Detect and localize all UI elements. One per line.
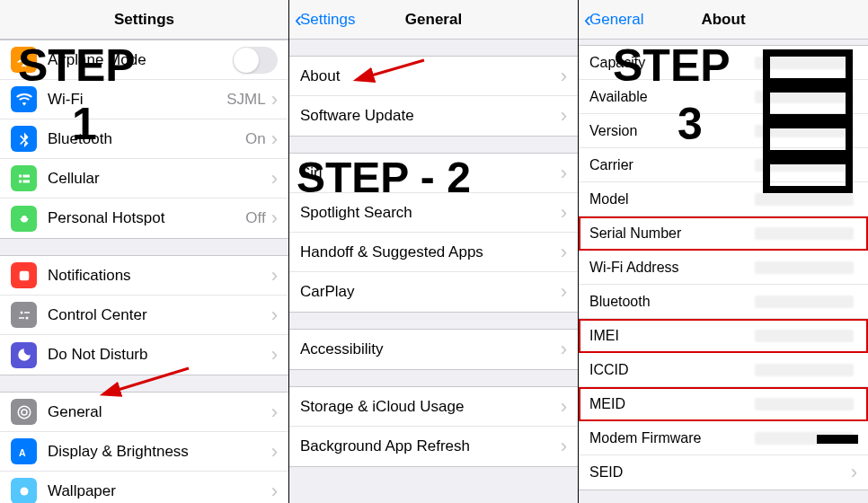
redacted-value (755, 193, 854, 206)
row-label: About (300, 67, 561, 85)
redacted-value (755, 57, 854, 69)
airplane-icon (11, 47, 37, 73)
redacted-value (755, 227, 854, 240)
row-label: Available (589, 89, 755, 105)
back-to-general[interactable]: ‹ General (584, 9, 643, 31)
back-label: General (589, 11, 643, 29)
redacted-value (755, 364, 854, 376)
row-seid[interactable]: SEID› (579, 455, 868, 490)
svg-point-1 (20, 311, 22, 313)
chevron-right-icon: › (851, 461, 857, 484)
row-software-update[interactable]: Software Update › (289, 96, 578, 136)
row-capacity: Capacity (579, 46, 868, 80)
control-center-icon (11, 302, 37, 328)
row-airplane-mode[interactable]: Airplane Mode (0, 40, 288, 80)
row-cellular[interactable]: Cellular › (0, 159, 288, 199)
row-do-not-disturb[interactable]: Do Not Disturb › (0, 335, 288, 375)
row-handoff[interactable]: Handoff & Suggested Apps › (289, 233, 578, 272)
row-label: Siri (300, 164, 561, 182)
chevron-right-icon: › (561, 338, 567, 361)
row-personal-hotspot[interactable]: Personal Hotspot Off › (0, 199, 288, 238)
settings-group-notify: Notifications › Control Center › Do Not … (0, 255, 288, 375)
navbar-about: ‹ General About (579, 0, 868, 40)
about-list: Capacity Available Version Carrier Model… (579, 45, 868, 490)
row-value: SJML (226, 91, 265, 109)
row-general[interactable]: General › (0, 393, 288, 432)
redacted-value (755, 432, 854, 445)
row-carrier: Carrier (579, 148, 868, 182)
row-display-brightness[interactable]: A Display & Brightness › (0, 432, 288, 472)
chevron-right-icon: › (561, 395, 567, 419)
back-label: Settings (300, 11, 355, 29)
row-carplay[interactable]: CarPlay › (289, 272, 578, 312)
navbar-general: ‹ Settings General (289, 0, 578, 40)
row-label: Model (589, 191, 755, 207)
row-storage[interactable]: Storage & iCloud Usage › (289, 387, 578, 427)
airplane-toggle[interactable] (233, 47, 278, 74)
row-spotlight[interactable]: Spotlight Search › (289, 193, 578, 233)
svg-point-3 (25, 316, 28, 319)
row-label: Accessibility (300, 340, 561, 358)
chevron-right-icon: › (271, 440, 278, 463)
chevron-right-icon: › (271, 304, 278, 327)
nav-title: Settings (114, 11, 174, 29)
row-wifi[interactable]: Wi-Fi SJML › (0, 80, 288, 119)
do-not-disturb-icon (11, 342, 37, 368)
row-label: Capacity (589, 55, 755, 71)
row-bluetooth-addr: Bluetooth (579, 285, 868, 319)
svg-rect-0 (19, 270, 29, 280)
chevron-right-icon: › (271, 167, 278, 190)
chevron-right-icon: › (271, 401, 278, 424)
row-control-center[interactable]: Control Center › (0, 296, 288, 335)
row-available: Available (579, 80, 868, 114)
row-wallpaper[interactable]: Wallpaper › (0, 472, 288, 503)
row-label: Airplane Mode (48, 51, 233, 69)
settings-group-general: General › A Display & Brightness › Wallp… (0, 392, 288, 503)
cellular-icon (11, 165, 37, 191)
bluetooth-icon (11, 126, 37, 152)
general-group-3: Accessibility › (289, 329, 578, 370)
row-siri[interactable]: Siri › (289, 154, 578, 193)
row-modem-firmware: Modem Firmware (579, 421, 868, 455)
row-bg-app-refresh[interactable]: Background App Refresh › (289, 427, 578, 466)
row-label: General (48, 403, 271, 421)
general-group-1: About › Software Update › (289, 56, 578, 137)
back-to-settings[interactable]: ‹ Settings (295, 9, 355, 31)
redacted-value (755, 159, 854, 172)
settings-panel: Settings Airplane Mode Wi-Fi SJML › Blue… (0, 0, 289, 503)
row-label: Storage & iCloud Usage (300, 398, 561, 416)
row-label: Notifications (48, 267, 271, 285)
about-panel: ‹ General About Capacity Available Versi… (579, 0, 868, 503)
redacted-value (755, 261, 854, 274)
svg-rect-4 (19, 317, 24, 319)
row-bluetooth[interactable]: Bluetooth On › (0, 119, 288, 159)
chevron-right-icon: › (561, 280, 567, 304)
chevron-right-icon: › (271, 128, 278, 151)
nav-title: General (405, 11, 462, 29)
row-imei: IMEI (579, 319, 868, 353)
row-meid: MEID (579, 387, 868, 421)
row-accessibility[interactable]: Accessibility › (289, 330, 578, 369)
row-label: CarPlay (300, 283, 561, 301)
row-iccid: ICCID (579, 353, 868, 387)
row-label: MEID (589, 396, 755, 412)
redacted-value (755, 398, 854, 410)
row-about[interactable]: About › (289, 57, 578, 96)
row-wifi-address: Wi-Fi Address (579, 251, 868, 285)
row-value: Off (245, 209, 265, 227)
row-model: Model (579, 182, 868, 216)
chevron-right-icon: › (271, 88, 278, 111)
navbar-settings: Settings (0, 0, 288, 40)
row-label: Display & Brightness (48, 443, 271, 461)
svg-rect-2 (24, 312, 30, 313)
display-brightness-icon: A (11, 438, 37, 464)
chevron-right-icon: › (271, 264, 278, 287)
row-label: Software Update (300, 107, 561, 125)
row-notifications[interactable]: Notifications › (0, 256, 288, 296)
row-version: Version (579, 114, 868, 148)
chevron-right-icon: › (561, 241, 567, 264)
svg-text:A: A (19, 446, 26, 457)
chevron-right-icon: › (271, 343, 278, 366)
row-serial-number: Serial Number (579, 216, 868, 251)
redacted-value (755, 296, 854, 308)
